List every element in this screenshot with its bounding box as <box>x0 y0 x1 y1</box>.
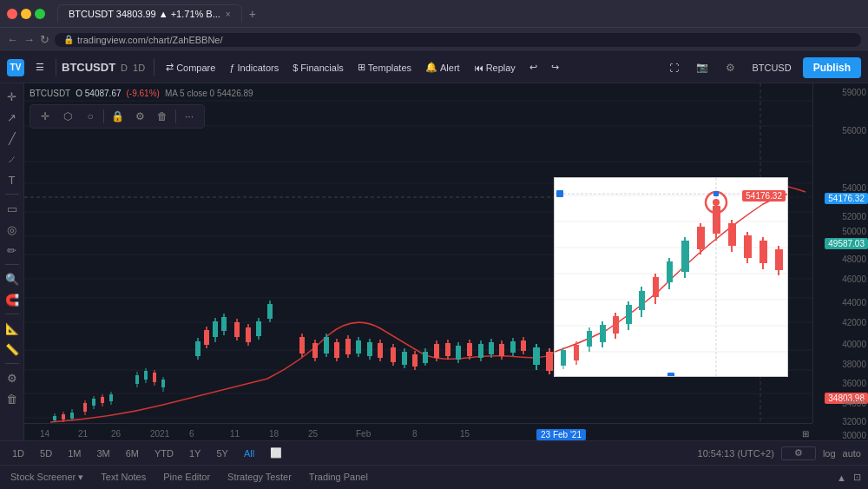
nav-refresh-btn[interactable]: ↻ <box>40 33 49 46</box>
price-38000: 38000 <box>842 360 866 369</box>
snapshot-btn[interactable]: 📷 <box>690 59 714 76</box>
price-54000: 54000 <box>842 183 866 193</box>
period-1d[interactable]: 1D <box>7 446 30 460</box>
svg-rect-80 <box>445 343 450 356</box>
tab-close-btn[interactable]: × <box>226 10 231 19</box>
financials-icon: $ <box>293 63 298 73</box>
svg-rect-131 <box>713 206 720 234</box>
ruler-tool[interactable]: 📏 <box>3 340 22 359</box>
svg-rect-111 <box>574 345 579 360</box>
circle-tool[interactable]: ◎ <box>3 220 22 239</box>
price-48000: 48000 <box>842 254 866 264</box>
strategy-tester-tab[interactable]: Strategy Tester <box>224 470 295 485</box>
undo-btn[interactable]: ↩ <box>523 59 543 76</box>
chart-area[interactable]: BTCUSDT O 54087.67 (-9.61%) MA 5 close 0… <box>24 83 868 440</box>
dt-lock[interactable]: 🔒 <box>108 107 127 126</box>
publish-btn[interactable]: Publish <box>803 57 861 78</box>
maximize-btn[interactable] <box>35 9 45 19</box>
cursor-tool[interactable]: ✛ <box>3 87 22 106</box>
interval-1d[interactable]: 1D <box>133 63 145 73</box>
measure-tool[interactable]: 📐 <box>3 319 22 338</box>
period-5y[interactable]: 5Y <box>211 446 233 460</box>
alert-icon: 🔔 <box>425 62 437 73</box>
svg-rect-30 <box>135 375 139 384</box>
svg-rect-135 <box>744 235 752 258</box>
dt-settings[interactable]: ⚙ <box>130 107 149 126</box>
close-btn[interactable] <box>7 9 17 19</box>
zoom-bottom-handle[interactable] <box>667 373 674 377</box>
lt-sep1 <box>5 194 19 195</box>
time-2021: 2021 <box>150 429 169 439</box>
svg-rect-109 <box>561 350 566 366</box>
trading-panel-tab[interactable]: Trading Panel <box>306 470 372 485</box>
dt-circle[interactable]: ○ <box>81 107 100 126</box>
period-1y[interactable]: 1Y <box>184 446 206 460</box>
text-tool[interactable]: T <box>3 170 22 189</box>
expand-panel-btn[interactable]: ▲ <box>837 472 846 483</box>
tv-logo: TV <box>7 59 24 76</box>
interval-d[interactable]: D <box>121 63 128 73</box>
stock-screener-tab[interactable]: Stock Screener ▾ <box>7 470 87 485</box>
panel-icon[interactable]: ⊡ <box>853 472 861 483</box>
lt-sep4 <box>5 363 19 364</box>
zoom-left-handle[interactable] <box>556 190 563 197</box>
zoom-control[interactable]: ⚙ <box>781 446 816 460</box>
rect-tool[interactable]: ▭ <box>3 199 22 218</box>
nav-forward-btn[interactable]: → <box>23 33 35 46</box>
indicators-btn[interactable]: ƒ Indicators <box>223 60 285 76</box>
time-highlight: 23 Feb '21 <box>536 429 586 440</box>
svg-rect-115 <box>600 325 606 342</box>
new-tab-btn[interactable]: + <box>246 7 260 21</box>
trend-tool[interactable]: ↗ <box>3 108 22 127</box>
fullscreen-btn[interactable]: ⛶ <box>663 60 685 76</box>
svg-rect-50 <box>256 321 261 336</box>
lt-sep3 <box>5 314 19 314</box>
dt-select[interactable]: ⬡ <box>58 107 77 126</box>
zoom-tool[interactable]: 🔍 <box>3 269 22 288</box>
auto-label[interactable]: auto <box>843 448 861 459</box>
minimize-btn[interactable] <box>21 9 31 19</box>
log-label[interactable]: log <box>823 448 836 459</box>
period-all[interactable]: All <box>239 446 260 460</box>
nav-back-btn[interactable]: ← <box>7 33 18 46</box>
settings-tool[interactable]: ⚙ <box>3 368 22 387</box>
dt-more[interactable]: ··· <box>180 107 199 126</box>
templates-btn[interactable]: ⊞ Templates <box>352 59 418 76</box>
text-notes-tab[interactable]: Text Notes <box>97 470 149 485</box>
redo-btn[interactable]: ↪ <box>545 59 565 76</box>
compare-btn[interactable]: ⇄ Compare <box>160 59 221 76</box>
line-tool[interactable]: ╱ <box>3 129 22 148</box>
financials-btn[interactable]: $ Financials <box>286 60 350 76</box>
hamburger-menu[interactable]: ☰ <box>30 59 50 76</box>
period-1m[interactable]: 1M <box>62 446 86 460</box>
draw-tool[interactable]: ✏ <box>3 241 22 260</box>
address-bar-row: ← → ↻ 🔒 tradingview.com/chart/ZahEBBNe/ <box>0 28 868 52</box>
symbol-label[interactable]: BTCUSDT <box>62 61 115 74</box>
btcusd-label[interactable]: BTCUSD <box>746 60 797 76</box>
time-25: 25 <box>308 429 318 439</box>
channel-tool[interactable]: ⟋ <box>3 149 22 169</box>
svg-rect-32 <box>144 371 148 380</box>
expand-icon[interactable]: ⊞ <box>802 429 809 439</box>
chart-type-icon[interactable]: ⬜ <box>265 446 287 460</box>
replay-btn[interactable]: ⏮ Replay <box>468 60 522 76</box>
pine-editor-tab[interactable]: Pine Editor <box>160 470 214 485</box>
period-6m[interactable]: 6M <box>121 446 144 460</box>
period-3m[interactable]: 3M <box>91 446 115 460</box>
magnet-tool[interactable]: 🧲 <box>3 290 22 309</box>
chart-settings-btn[interactable]: ⚙ <box>720 57 740 78</box>
period-5d[interactable]: 5D <box>35 446 57 460</box>
svg-point-143 <box>713 199 720 206</box>
trash-tool[interactable]: 🗑 <box>3 389 22 408</box>
svg-rect-24 <box>92 399 95 406</box>
active-tab[interactable]: BTCUSDT 34803.99 ▲ +1.71% B... × <box>57 4 242 23</box>
dt-cursor[interactable]: ✛ <box>36 107 55 126</box>
address-bar[interactable]: 🔒 tradingview.com/chart/ZahEBBNe/ <box>55 33 861 47</box>
alert-btn[interactable]: 🔔 Alert <box>419 59 466 76</box>
period-ytd[interactable]: YTD <box>149 446 179 460</box>
svg-rect-18 <box>62 414 65 420</box>
svg-rect-22 <box>83 403 87 412</box>
zoom-overlay: 54176.32 <box>554 177 788 377</box>
lt-sep2 <box>5 264 19 265</box>
dt-trash[interactable]: 🗑 <box>153 107 172 126</box>
